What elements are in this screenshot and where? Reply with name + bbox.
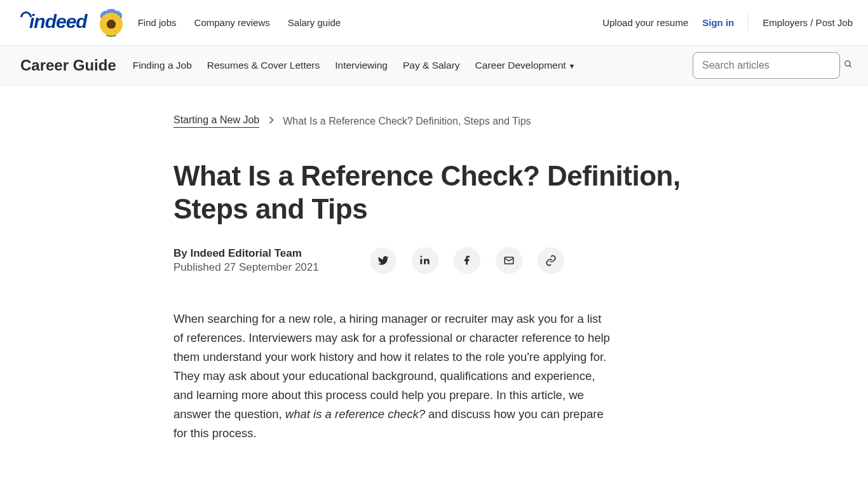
career-guide-title[interactable]: Career Guide [20,57,116,74]
body-em: what is a reference check? [285,407,425,421]
twitter-icon[interactable] [370,247,397,274]
breadcrumb: Starting a New Job What Is a Reference C… [173,114,695,128]
search-icon[interactable] [844,60,853,71]
chevron-down-icon: ▼ [569,62,576,70]
article-body: When searching for a new role, a hiring … [173,309,612,443]
body-text-before: When searching for a new role, a hiring … [173,312,610,421]
top-nav: indeed Find jobs Company reviews Salary … [0,0,868,46]
search-input[interactable] [693,52,840,79]
meta-row: By Indeed Editorial Team Published 27 Se… [173,247,695,274]
email-icon[interactable] [496,247,522,274]
svg-rect-2 [421,259,423,265]
indeed-logo[interactable]: indeed [18,11,87,32]
logo-text: indeed [29,11,87,32]
sunflower-icon[interactable] [97,9,125,37]
nav-find-jobs[interactable]: Find jobs [138,17,177,28]
top-right-links: Upload your resume Sign in Employers / P… [602,14,853,32]
svg-line-1 [850,65,851,67]
author: By Indeed Editorial Team [173,247,319,260]
article-title: What Is a Reference Check? Definition, S… [173,159,695,226]
vertical-divider [748,14,749,32]
svg-point-0 [845,60,850,65]
subnav-career-dev-label: Career Development [475,60,566,71]
subnav-resumes[interactable]: Resumes & Cover Letters [207,60,320,71]
nav-salary-guide[interactable]: Salary guide [288,17,341,28]
sign-in-link[interactable]: Sign in [702,17,734,28]
upload-resume-link[interactable]: Upload your resume [602,17,688,28]
top-primary-links: Find jobs Company reviews Salary guide [138,17,341,28]
article: Starting a New Job What Is a Reference C… [173,85,695,443]
search-wrap [693,52,853,79]
linkedin-icon[interactable] [412,247,438,274]
employers-link[interactable]: Employers / Post Job [763,17,853,28]
breadcrumb-current: What Is a Reference Check? Definition, S… [283,116,531,127]
copy-link-icon[interactable] [538,247,564,274]
career-guide-nav: Career Guide Finding a Job Resumes & Cov… [0,46,868,85]
chevron-right-icon [268,116,274,126]
share-buttons [370,247,564,274]
nav-company-reviews[interactable]: Company reviews [194,17,270,28]
breadcrumb-parent[interactable]: Starting a New Job [173,114,259,128]
facebook-icon[interactable] [454,247,480,274]
subnav-finding-job[interactable]: Finding a Job [133,60,192,71]
svg-point-3 [421,256,423,258]
byline: By Indeed Editorial Team Published 27 Se… [173,247,319,274]
subnav-career-dev[interactable]: Career Development▼ [475,60,576,71]
subnav-pay-salary[interactable]: Pay & Salary [403,60,460,71]
subnav-interviewing[interactable]: Interviewing [335,60,388,71]
publish-date: Published 27 September 2021 [173,261,319,274]
career-guide-links: Finding a Job Resumes & Cover Letters In… [133,60,576,71]
